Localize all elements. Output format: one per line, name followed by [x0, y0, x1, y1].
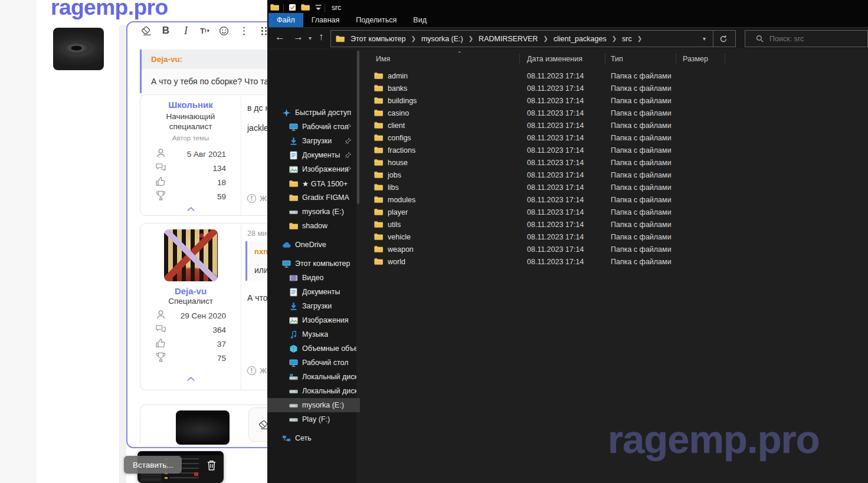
column-header-1[interactable]: Дата изменения	[527, 52, 582, 66]
nav-item-быстрый-доступ[interactable]: Быстрый доступ	[267, 106, 356, 120]
emoji-icon[interactable]	[218, 25, 230, 37]
nav-item-локальный-диск-d-[interactable]: Локальный диск (D:)	[267, 384, 356, 398]
author-username-link[interactable]: Школьник	[168, 100, 213, 110]
site-logo[interactable]: ragemp.pro	[51, 0, 168, 20]
file-row-client[interactable]: client08.11.2023 17:14Папка с файлами	[360, 119, 868, 132]
recent-locations-icon[interactable]: ▾	[309, 35, 312, 41]
nav-item-onedrive[interactable]: OneDrive	[267, 238, 356, 252]
customize-qat-icon[interactable]	[314, 3, 320, 14]
breadcrumb-item[interactable]: Этот компьютер	[349, 35, 407, 43]
file-row-jobs[interactable]: jobs08.11.2023 17:14Папка с файлами	[360, 169, 868, 181]
file-date: 08.11.2023 17:14	[527, 84, 584, 93]
nav-item-play-f-[interactable]: Play (F:)	[267, 412, 356, 426]
more-options-icon[interactable]	[238, 25, 250, 37]
nav-item-загрузки[interactable]: Загрузки	[267, 299, 356, 313]
file-date: 08.11.2023 17:14	[527, 72, 584, 80]
breadcrumb-item[interactable]: mysorka (E:)	[420, 35, 464, 43]
refresh-button[interactable]	[713, 31, 733, 47]
breadcrumb-item[interactable]: RADMIRSERVER	[477, 35, 539, 43]
file-row-libs[interactable]: libs08.11.2023 17:14Папка с файлами	[360, 181, 868, 193]
address-dropdown-icon[interactable]: ▾	[696, 35, 713, 42]
column-header-0[interactable]: Имя⌃	[376, 52, 390, 66]
collapse-post-icon[interactable]	[186, 203, 195, 214]
nav-item-mysorka-e-[interactable]: mysorka (E:)	[267, 205, 356, 219]
file-date: 08.11.2023 17:14	[527, 258, 584, 266]
back-button[interactable]: ←	[275, 31, 285, 43]
file-row-weapon[interactable]: weapon08.11.2023 17:14Папка с файлами	[360, 243, 868, 255]
file-row-vehicle[interactable]: vehicle08.11.2023 17:14Папка с файлами	[360, 231, 868, 243]
file-row-buildings[interactable]: buildings08.11.2023 17:14Папка с файлами	[360, 94, 868, 107]
collapse-post-icon[interactable]	[186, 373, 195, 384]
nav-item-shadow[interactable]: shadow	[267, 219, 356, 233]
file-date: 08.11.2023 17:14	[527, 146, 584, 155]
new-folder-icon[interactable]	[301, 3, 310, 14]
stat-value: 59	[217, 192, 226, 201]
breadcrumb-item[interactable]: src	[621, 35, 633, 43]
stat-value: 37	[217, 340, 226, 349]
file-row-utils[interactable]: utils08.11.2023 17:14Папка с файлами	[360, 218, 868, 231]
folder-icon	[374, 109, 383, 117]
author-avatar[interactable]	[164, 229, 218, 281]
file-row-banks[interactable]: banks08.11.2023 17:14Папка с файлами	[360, 82, 868, 94]
nav-item-рабочий-стол[interactable]: Рабочий стол	[267, 120, 356, 134]
quick-access-toolbar[interactable]	[270, 3, 325, 14]
ribbon-tab-главная[interactable]: Главная	[303, 13, 348, 27]
column-divider[interactable]	[605, 53, 605, 65]
author-username-link[interactable]: Deja-vu	[175, 286, 207, 296]
file-type: Папка с файлами	[611, 134, 672, 142]
nav-item-локальный-диск-c-[interactable]: Локальный диск (C:)	[267, 370, 356, 384]
remove-format-icon[interactable]	[140, 25, 152, 37]
nav-item-загрузки[interactable]: Загрузки	[267, 134, 356, 148]
file-row-admin[interactable]: admin08.11.2023 17:14Папка с файлами	[360, 70, 868, 82]
breadcrumb[interactable]: Этот компьютер❯mysorka (E:)❯RADMIRSERVER…	[330, 30, 736, 47]
file-row-world[interactable]: world08.11.2023 17:14Папка с файлами	[360, 255, 868, 268]
column-header-2[interactable]: Тип	[611, 52, 623, 66]
nav-item-gradix-figma[interactable]: Gradix FIGMA	[267, 190, 356, 205]
ribbon-tab-вид[interactable]: Вид	[405, 13, 435, 27]
file-name: player	[388, 208, 408, 216]
nav-item-mysorka-e-[interactable]: mysorka (E:)	[267, 398, 360, 412]
file-row-configs[interactable]: configs08.11.2023 17:14Папка с файлами	[360, 132, 868, 144]
nav-item-изображения[interactable]: Изображения	[267, 162, 356, 176]
nav-item--gta-1500-[interactable]: ★ GTA 1500+	[267, 176, 356, 190]
bold-icon[interactable]: B	[160, 25, 172, 37]
column-divider[interactable]	[519, 53, 520, 65]
nav-item-изображения[interactable]: Изображения	[267, 313, 356, 327]
nav-item-этот-компьютер[interactable]: Этот компьютер	[267, 257, 356, 271]
window-title: src	[332, 4, 341, 12]
breadcrumb-item[interactable]: client_packages	[552, 35, 608, 43]
nav-item-рабочий-стол[interactable]: Рабочий стол	[267, 356, 356, 370]
column-header-3[interactable]: Размер	[683, 52, 708, 66]
file-row-fractions[interactable]: fractions08.11.2023 17:14Папка с файлами	[360, 144, 868, 156]
delete-attachment-icon[interactable]	[206, 459, 217, 471]
nav-item-объемные-объекты[interactable]: Объемные объекты	[267, 341, 356, 356]
folder-icon	[374, 183, 383, 191]
nav-item-видео[interactable]: Видео	[267, 271, 356, 285]
forward-button[interactable]: →	[293, 31, 303, 43]
folder-icon[interactable]	[270, 3, 279, 14]
nav-item-музыка[interactable]: Музыка	[267, 327, 356, 341]
paste-button[interactable]: Вставить...	[124, 456, 182, 474]
properties-checkbox-icon[interactable]	[288, 3, 297, 14]
profile-avatar[interactable]	[53, 28, 104, 70]
file-row-casino[interactable]: casino08.11.2023 17:14Папка с файлами	[360, 107, 868, 119]
author-avatar[interactable]	[176, 410, 230, 445]
file-row-modules[interactable]: modules08.11.2023 17:14Папка с файлами	[360, 193, 868, 206]
search-box[interactable]	[745, 30, 868, 47]
column-divider[interactable]	[676, 53, 676, 65]
file-row-player[interactable]: player08.11.2023 17:14Папка с файлами	[360, 206, 868, 218]
up-button[interactable]: ↑	[319, 31, 324, 43]
ribbon-tab-файл[interactable]: Файл	[268, 13, 303, 27]
file-row-house[interactable]: house08.11.2023 17:14Папка с файлами	[360, 156, 868, 169]
column-divider[interactable]	[725, 53, 725, 65]
nav-item-сеть[interactable]: Сеть	[267, 431, 356, 445]
author-rank: Начинающий специалист	[152, 111, 229, 132]
report-icon: !	[247, 366, 256, 375]
ribbon-tab-поделиться[interactable]: Поделиться	[348, 13, 405, 27]
author-stat: 37	[155, 337, 226, 351]
nav-item-документы[interactable]: Документы	[267, 148, 356, 162]
nav-item-документы[interactable]: Документы	[267, 285, 356, 299]
search-input[interactable]	[769, 35, 852, 43]
italic-icon[interactable]: I	[180, 25, 192, 37]
text-size-icon[interactable]: TI▾	[200, 25, 209, 37]
